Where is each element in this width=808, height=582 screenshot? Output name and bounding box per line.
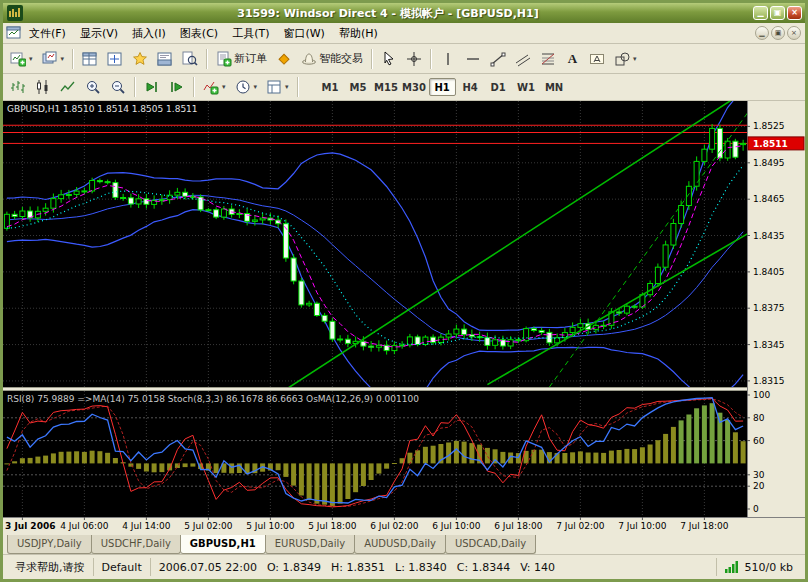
chart-tab-audusd[interactable]: AUDUSD,Daily (354, 535, 446, 554)
chart-bars-button[interactable] (6, 76, 30, 98)
crosshair-icon (406, 51, 422, 67)
menu-item-6[interactable]: 帮助(H) (332, 24, 385, 43)
price-chart[interactable]: GBPUSD,H1 1.8510 1.8514 1.8505 1.8511RSI… (3, 101, 805, 532)
channel-icon (515, 51, 531, 67)
data-window-button[interactable] (103, 48, 127, 70)
terminal-button[interactable] (153, 48, 177, 70)
timeframe-m1[interactable]: M1 (317, 78, 344, 96)
svg-text:1.8435: 1.8435 (753, 231, 785, 241)
profiles-icon (42, 51, 58, 67)
navigator-star-icon (132, 51, 148, 67)
chart-info-label: GBPUSD,H1 1.8510 1.8514 1.8505 1.8511 (7, 104, 198, 114)
chart-tab-usdcad[interactable]: USDCAD,Daily (445, 535, 536, 554)
expert-advisors-label: 智能交易 (319, 51, 363, 66)
chart-candles-button[interactable] (31, 76, 55, 98)
chart-tab-usdchf[interactable]: USDCHF,Daily (91, 535, 181, 554)
timeframe-m15[interactable]: M15 (373, 78, 400, 96)
indicators-icon (203, 79, 219, 95)
trendline-button[interactable] (486, 48, 510, 70)
child-close-button[interactable]: × (787, 26, 801, 40)
status-open: O: 1.8349 (267, 561, 321, 574)
menu-item-2[interactable]: 插入(I) (125, 24, 173, 43)
menu-item-5[interactable]: 窗口(W) (276, 24, 331, 43)
navigator-button[interactable] (128, 48, 152, 70)
svg-text:1.8465: 1.8465 (753, 194, 785, 204)
svg-text:80: 80 (753, 413, 765, 423)
periods-button[interactable]: ▾ (231, 76, 262, 98)
current-price-label: 1.8511 (753, 139, 788, 149)
menu-item-0[interactable]: 文件(F) (22, 24, 73, 43)
auto-scroll-icon (144, 79, 160, 95)
dropdown-arrow-icon: ▾ (61, 55, 65, 63)
svg-text:6 Jul 02:00: 6 Jul 02:00 (370, 521, 419, 531)
child-restore-button[interactable]: ▣ (771, 26, 785, 40)
horizontal-line-button[interactable] (461, 48, 485, 70)
restore-button[interactable]: ▣ (770, 6, 785, 20)
zoom-in-icon (85, 79, 101, 95)
vertical-line-button[interactable] (436, 48, 460, 70)
chart-shift-button[interactable] (165, 76, 189, 98)
child-minimize-button[interactable]: ▁ (755, 26, 769, 40)
toolbar-standard: ▾ ▾ 新订单 智能交易 A ▾ (3, 44, 805, 74)
trendline-icon (490, 51, 506, 67)
indicators-button[interactable]: ▾ (199, 76, 230, 98)
timeframe-mn[interactable]: MN (541, 78, 568, 96)
new-chart-icon (10, 51, 26, 67)
menu-item-4[interactable]: 工具(T) (225, 24, 276, 43)
text-button[interactable]: A (561, 48, 584, 70)
title-bar[interactable]: 31599: Windsor Direct 4 - 模拟帐户 - [GBPUSD… (3, 3, 805, 23)
crosshair-button[interactable] (402, 48, 426, 70)
svg-text:1.8375: 1.8375 (753, 303, 785, 313)
menu-item-1[interactable]: 显示(V) (73, 24, 125, 43)
chart-line-button[interactable] (56, 76, 80, 98)
svg-text:20: 20 (753, 481, 765, 491)
new-order-button[interactable]: 新订单 (212, 48, 271, 70)
bar-chart-icon (10, 79, 26, 95)
zoom-out-button[interactable] (106, 76, 130, 98)
text-label-button[interactable] (585, 48, 609, 70)
menu-item-3[interactable]: 图表(C) (173, 24, 225, 43)
channel-button[interactable] (511, 48, 535, 70)
chart-tabs-bar: USDJPY,DailyUSDCHF,DailyGBPUSD,H1EURUSD,… (3, 532, 805, 555)
status-high: H: 1.8351 (331, 561, 385, 574)
toolbar-separator (134, 77, 136, 97)
template-icon (266, 79, 282, 95)
metaeditor-button[interactable] (272, 48, 296, 70)
expert-advisors-button[interactable]: 智能交易 (297, 48, 367, 70)
close-button[interactable]: × (787, 6, 802, 20)
status-volume: V: 140 (520, 561, 555, 574)
dropdown-arrow-icon: ▾ (222, 83, 226, 91)
zoom-in-button[interactable] (81, 76, 105, 98)
templates-button[interactable]: ▾ (262, 76, 293, 98)
timeframe-h1[interactable]: H1 (429, 78, 456, 96)
status-help-text: 寻求帮助,请按 (7, 558, 94, 576)
market-watch-icon (82, 51, 98, 67)
timeframe-w1[interactable]: W1 (513, 78, 540, 96)
traffic-label: 510/0 kb (744, 561, 793, 574)
auto-scroll-button[interactable] (140, 76, 164, 98)
new-chart-button[interactable]: ▾ (6, 48, 37, 70)
status-profile[interactable]: Default (94, 558, 151, 576)
vertical-line-icon (440, 51, 456, 67)
timeframe-m30[interactable]: M30 (401, 78, 428, 96)
timeframe-d1[interactable]: D1 (485, 78, 512, 96)
profiles-button[interactable]: ▾ (38, 48, 69, 70)
status-bar-time: 2006.07.05 22:00 (159, 561, 257, 574)
cursor-button[interactable] (377, 48, 401, 70)
chart-tab-gbpusd[interactable]: GBPUSD,H1 (180, 535, 266, 554)
shapes-button[interactable]: ▾ (610, 48, 641, 70)
svg-text:4 Jul 06:00: 4 Jul 06:00 (60, 521, 109, 531)
expert-advisor-hat-icon (301, 51, 317, 67)
timeframe-m5[interactable]: M5 (345, 78, 372, 96)
minimize-button[interactable]: ▁ (753, 6, 768, 20)
chart-tab-usdjpy[interactable]: USDJPY,Daily (7, 535, 92, 554)
strategy-tester-button[interactable] (178, 48, 202, 70)
timeframe-h4[interactable]: H4 (457, 78, 484, 96)
chart-tabs: USDJPY,DailyUSDCHF,DailyGBPUSD,H1EURUSD,… (7, 532, 535, 551)
fibonacci-button[interactable] (536, 48, 560, 70)
new-order-icon (216, 51, 232, 67)
chart-area[interactable]: GBPUSD,H1 1.8510 1.8514 1.8505 1.8511RSI… (3, 101, 805, 532)
market-watch-button[interactable] (78, 48, 102, 70)
chart-tab-eurusd[interactable]: EURUSD,Daily (265, 535, 355, 554)
dropdown-arrow-icon: ▾ (29, 55, 33, 63)
